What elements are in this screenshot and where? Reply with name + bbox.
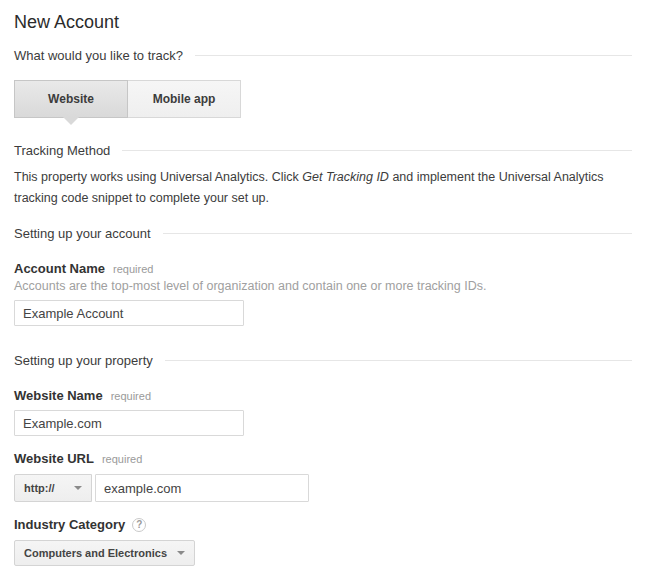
required-flag: required xyxy=(102,453,142,465)
account-name-field: Account Name required Accounts are the t… xyxy=(14,261,632,326)
new-account-page: New Account What would you like to track… xyxy=(0,0,650,576)
website-url-label: Website URL xyxy=(14,451,94,466)
caret-down-icon xyxy=(177,551,185,555)
required-flag: required xyxy=(111,390,151,402)
industry-category-value: Computers and Electronics xyxy=(24,547,167,559)
website-url-input-row: http:// xyxy=(14,474,632,502)
website-name-label: Website Name xyxy=(14,388,103,403)
tab-mobile-app-label: Mobile app xyxy=(153,92,216,106)
selected-tab-pointer-icon xyxy=(63,117,79,125)
website-name-input[interactable] xyxy=(14,410,244,436)
section-tracking-method: Tracking Method xyxy=(14,143,632,158)
account-name-help-text: Accounts are the top-most level of organ… xyxy=(14,279,632,293)
website-url-field: Website URL required http:// xyxy=(14,451,632,502)
account-name-label: Account Name xyxy=(14,261,105,276)
website-name-field: Website Name required xyxy=(14,388,632,436)
caret-down-icon xyxy=(74,486,82,490)
account-name-input[interactable] xyxy=(14,300,244,326)
section-account-setup: Setting up your account xyxy=(14,226,632,241)
tab-website[interactable]: Website xyxy=(14,80,128,118)
tab-website-label: Website xyxy=(48,92,94,106)
section-what-to-track: What would you like to track? xyxy=(14,48,632,63)
section-tracking-method-heading: Tracking Method xyxy=(14,143,110,158)
section-property-setup: Setting up your property xyxy=(14,353,632,368)
description-text-before: This property works using Universal Anal… xyxy=(14,170,302,184)
website-url-input[interactable] xyxy=(95,474,309,502)
required-flag: required xyxy=(113,263,153,275)
website-name-label-row: Website Name required xyxy=(14,388,632,403)
section-what-to-track-heading: What would you like to track? xyxy=(14,48,183,63)
industry-category-field: Industry Category ? Computers and Electr… xyxy=(14,517,632,566)
section-divider xyxy=(163,233,632,234)
industry-category-label-row: Industry Category ? xyxy=(14,517,632,532)
description-italic-phrase: Get Tracking ID xyxy=(302,170,389,184)
account-name-label-row: Account Name required xyxy=(14,261,632,276)
section-divider xyxy=(195,55,632,56)
url-protocol-value: http:// xyxy=(24,482,55,494)
website-url-label-row: Website URL required xyxy=(14,451,632,466)
section-divider xyxy=(122,150,632,151)
help-icon[interactable]: ? xyxy=(132,518,146,532)
industry-category-label: Industry Category xyxy=(14,517,125,532)
url-protocol-dropdown[interactable]: http:// xyxy=(14,474,92,502)
section-account-setup-heading: Setting up your account xyxy=(14,226,151,241)
tab-mobile-app[interactable]: Mobile app xyxy=(127,80,241,118)
track-type-tabs: Website Mobile app xyxy=(14,80,632,118)
tracking-method-description: This property works using Universal Anal… xyxy=(14,167,632,209)
industry-category-dropdown[interactable]: Computers and Electronics xyxy=(14,540,195,566)
page-title: New Account xyxy=(14,12,632,33)
section-divider xyxy=(165,360,632,361)
section-property-setup-heading: Setting up your property xyxy=(14,353,153,368)
